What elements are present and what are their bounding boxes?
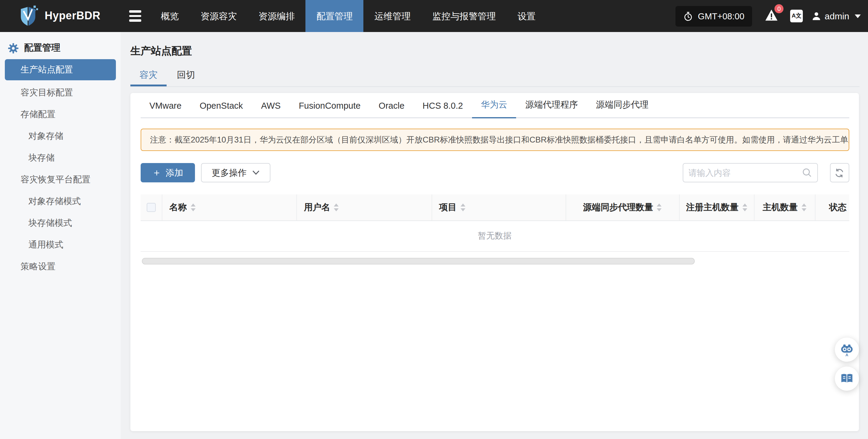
user-menu[interactable]: admin: [812, 11, 861, 21]
nav-item-settings[interactable]: 设置: [507, 0, 547, 32]
sort-icon[interactable]: [334, 204, 339, 211]
svg-text:A: A: [845, 353, 848, 357]
subtab-source-sync-agent[interactable]: 源端同步代理: [587, 99, 658, 117]
alert-count-badge: 0: [774, 4, 783, 13]
subtab-fusioncompute[interactable]: FusionCompute: [290, 101, 370, 117]
timezone-selector[interactable]: GMT+08:00: [676, 6, 752, 26]
navbar-right: GMT+08:00 0 A文 admin: [676, 6, 868, 26]
table-header-row: 名称 用户名 项目 源端同步代理数量: [140, 195, 849, 221]
sites-table: 名称 用户名 项目 源端同步代理数量: [140, 195, 849, 264]
select-all-checkbox[interactable]: [146, 203, 155, 212]
column-header-sync-agent-count[interactable]: 源端同步代理数量: [566, 195, 679, 221]
main-tabs: 容灾 回切: [130, 65, 860, 86]
subtab-vmware[interactable]: VMware: [140, 101, 190, 117]
gear-icon: [8, 42, 19, 53]
sort-icon[interactable]: [801, 204, 806, 211]
horizontal-scrollbar: [140, 258, 849, 264]
column-header-name[interactable]: 名称: [162, 195, 297, 221]
active-tab-indicator: [130, 85, 166, 86]
tab-disaster-recovery[interactable]: 容灾: [130, 65, 166, 85]
column-header-project[interactable]: 项目: [432, 195, 566, 221]
nav-item-monitor-alarm[interactable]: 监控与报警管理: [422, 0, 507, 32]
subtab-openstack[interactable]: OpenStack: [190, 101, 252, 117]
subtab-source-agent[interactable]: 源端代理程序: [517, 99, 587, 117]
timezone-label: GMT+08:00: [698, 11, 744, 21]
sidebar-item-object-storage[interactable]: 对象存储: [0, 125, 121, 147]
language-switch-icon[interactable]: A文: [790, 10, 803, 22]
main-content: 生产站点配置 容灾 回切 VMware OpenStack AWS Fusion…: [121, 32, 868, 439]
search-box: [682, 163, 817, 182]
sidebar: 配置管理 生产站点配置 容灾目标配置 存储配置 对象存储 块存储 容灾恢复平台配…: [0, 32, 121, 439]
robot-icon: A: [840, 342, 854, 357]
open-book-icon: [840, 372, 854, 385]
scrollbar-thumb[interactable]: [142, 258, 694, 264]
top-nav-menu: 概览 资源容灾 资源编排 配置管理 运维管理 监控与报警管理 设置: [150, 0, 547, 32]
subtab-oracle[interactable]: Oracle: [370, 101, 413, 117]
sidebar-item-storage-config[interactable]: 存储配置: [0, 103, 121, 125]
sort-icon[interactable]: [460, 204, 465, 211]
column-header-host-count[interactable]: 主机数量: [754, 195, 815, 221]
nav-item-orchestration[interactable]: 资源编排: [248, 0, 306, 32]
sidebar-item-policy-settings[interactable]: 策略设置: [0, 256, 121, 277]
header-checkbox-cell: [140, 195, 162, 221]
refresh-icon: [834, 168, 844, 178]
user-name: admin: [825, 11, 849, 21]
subtab-hcs[interactable]: HCS 8.0.2: [413, 101, 472, 117]
page-title: 生产站点配置: [130, 44, 192, 58]
docs-fab[interactable]: [835, 367, 859, 391]
sidebar-header: 配置管理: [8, 42, 60, 54]
warning-banner: 注意：截至2025年10月31日，华为云仅在部分区域（目前仅深圳区域）开放CBR…: [140, 128, 849, 151]
sort-icon[interactable]: [190, 204, 195, 211]
assistant-fab[interactable]: A: [835, 338, 859, 362]
alerts-button[interactable]: 0: [765, 9, 778, 23]
column-header-username[interactable]: 用户名: [297, 195, 432, 221]
column-header-status[interactable]: 状态: [815, 195, 849, 221]
sort-icon[interactable]: [742, 204, 747, 211]
add-button[interactable]: ＋ 添加: [140, 163, 195, 182]
sidebar-header-label: 配置管理: [24, 42, 60, 54]
platform-subtabs: VMware OpenStack AWS FusionCompute Oracl…: [140, 93, 849, 118]
sidebar-item-object-storage-mode[interactable]: 对象存储模式: [0, 190, 121, 212]
column-header-registered-host-count[interactable]: 注册主机数量: [679, 195, 754, 221]
tabs-divider: [130, 86, 860, 87]
sidebar-item-block-storage-mode[interactable]: 块存储模式: [0, 212, 121, 234]
top-navbar: HyperBDR 概览 资源容灾 资源编排 配置管理 运维管理 监控与报警管理 …: [0, 0, 868, 32]
search-input[interactable]: [688, 168, 802, 178]
hyperbdr-logo-icon: [18, 5, 38, 27]
sidebar-item-production-site-config[interactable]: 生产站点配置: [5, 59, 116, 80]
search-icon[interactable]: [802, 168, 812, 178]
brand-name: HyperBDR: [45, 10, 100, 22]
plus-icon: ＋: [152, 168, 161, 178]
refresh-button[interactable]: [830, 163, 849, 182]
nav-item-overview[interactable]: 概览: [150, 0, 190, 32]
table-empty-state: 暂无数据: [140, 221, 849, 252]
menu-toggle-icon[interactable]: [129, 10, 142, 22]
chevron-down-icon: [252, 170, 259, 175]
content-card: VMware OpenStack AWS FusionCompute Oracl…: [130, 93, 859, 431]
tab-failback[interactable]: 回切: [168, 65, 204, 85]
stopwatch-icon: [683, 11, 693, 21]
subtab-huawei-cloud[interactable]: 华为云: [472, 99, 517, 117]
app-root: HyperBDR 概览 资源容灾 资源编排 配置管理 运维管理 监控与报警管理 …: [0, 0, 868, 439]
sidebar-item-block-storage[interactable]: 块存储: [0, 147, 121, 169]
warning-banner-text: 注意：截至2025年10月31日，华为云仅在部分区域（目前仅深圳区域）开放CBR…: [150, 134, 849, 145]
subtab-aws[interactable]: AWS: [252, 101, 290, 117]
toolbar: ＋ 添加 更多操作: [140, 163, 849, 182]
sidebar-item-general-mode[interactable]: 通用模式: [0, 234, 121, 256]
brand: HyperBDR: [18, 5, 100, 27]
chevron-down-icon: [855, 14, 861, 18]
nav-item-ops-mgmt[interactable]: 运维管理: [364, 0, 422, 32]
sort-icon[interactable]: [657, 204, 661, 211]
nav-item-resource-dr[interactable]: 资源容灾: [190, 0, 248, 32]
user-icon: [812, 11, 821, 21]
sidebar-item-dr-target-config[interactable]: 容灾目标配置: [0, 82, 121, 103]
more-actions-button[interactable]: 更多操作: [201, 163, 270, 182]
sidebar-item-dr-platform-config[interactable]: 容灾恢复平台配置: [0, 169, 121, 190]
nav-item-config-mgmt[interactable]: 配置管理: [306, 0, 364, 32]
